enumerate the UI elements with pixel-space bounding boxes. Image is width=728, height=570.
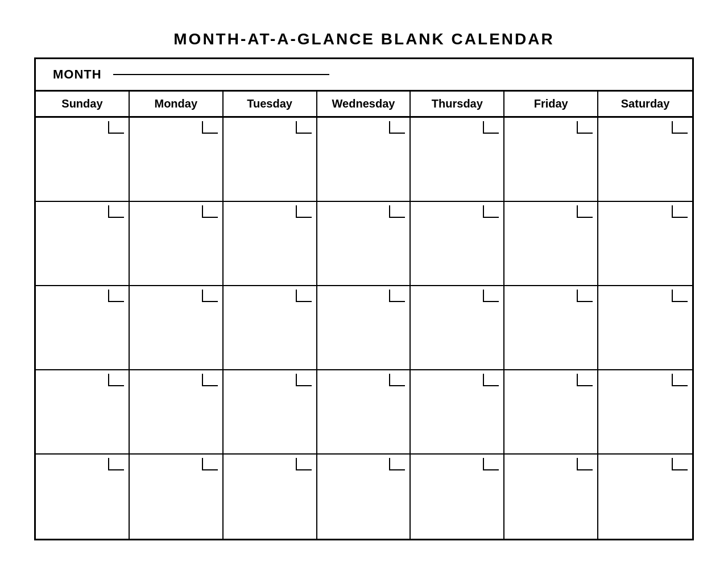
day-header-saturday: Saturday — [598, 92, 692, 116]
page-title: MONTH-AT-A-GLANCE BLANK CALENDAR — [34, 30, 694, 48]
calendar: MONTH Sunday Monday Tuesday Wednesday Th… — [34, 57, 694, 540]
cell-r5-sun[interactable] — [36, 455, 130, 539]
date-box — [202, 374, 218, 386]
date-box — [296, 374, 312, 386]
calendar-row — [36, 286, 692, 370]
cell-r4-tue[interactable] — [224, 370, 317, 453]
cell-r4-wed[interactable] — [317, 370, 411, 453]
date-box — [577, 121, 593, 134]
date-box — [202, 205, 218, 218]
calendar-row — [36, 370, 692, 455]
date-box — [483, 374, 499, 386]
cell-r1-tue[interactable] — [224, 118, 317, 201]
date-box — [483, 290, 499, 302]
date-box — [202, 290, 218, 302]
month-header: MONTH — [36, 59, 692, 92]
date-box — [577, 205, 593, 218]
cell-r5-thu[interactable] — [411, 455, 504, 539]
date-box — [672, 458, 688, 470]
calendar-row — [36, 118, 692, 202]
month-label: MONTH — [53, 67, 102, 82]
calendar-row — [36, 455, 692, 539]
day-header-tuesday: Tuesday — [224, 92, 317, 116]
cell-r4-sun[interactable] — [36, 370, 130, 453]
date-box — [202, 121, 218, 134]
date-box — [108, 121, 124, 134]
cell-r1-sun[interactable] — [36, 118, 130, 201]
date-box — [577, 290, 593, 302]
cell-r1-mon[interactable] — [130, 118, 224, 201]
cell-r2-sun[interactable] — [36, 202, 130, 285]
cell-r3-tue[interactable] — [224, 286, 317, 369]
cell-r3-mon[interactable] — [130, 286, 224, 369]
date-box — [202, 458, 218, 470]
calendar-grid — [36, 118, 692, 539]
calendar-row — [36, 202, 692, 286]
date-box — [389, 121, 405, 134]
cell-r5-sat[interactable] — [598, 455, 692, 539]
day-header-sunday: Sunday — [36, 92, 130, 116]
cell-r3-fri[interactable] — [504, 286, 598, 369]
cell-r4-fri[interactable] — [504, 370, 598, 453]
cell-r2-wed[interactable] — [317, 202, 411, 285]
date-box — [108, 374, 124, 386]
date-box — [672, 121, 688, 134]
date-box — [389, 205, 405, 218]
date-box — [577, 458, 593, 470]
day-header-thursday: Thursday — [411, 92, 504, 116]
month-line — [113, 74, 329, 75]
date-box — [577, 374, 593, 386]
cell-r2-sat[interactable] — [598, 202, 692, 285]
cell-r4-thu[interactable] — [411, 370, 504, 453]
day-header-wednesday: Wednesday — [317, 92, 411, 116]
cell-r4-sat[interactable] — [598, 370, 692, 453]
cell-r1-fri[interactable] — [504, 118, 598, 201]
cell-r3-thu[interactable] — [411, 286, 504, 369]
cell-r1-wed[interactable] — [317, 118, 411, 201]
cell-r3-wed[interactable] — [317, 286, 411, 369]
cell-r2-thu[interactable] — [411, 202, 504, 285]
date-box — [672, 374, 688, 386]
cell-r2-fri[interactable] — [504, 202, 598, 285]
date-box — [108, 290, 124, 302]
date-box — [389, 290, 405, 302]
date-box — [672, 205, 688, 218]
cell-r2-mon[interactable] — [130, 202, 224, 285]
date-box — [296, 121, 312, 134]
date-box — [483, 121, 499, 134]
cell-r1-sat[interactable] — [598, 118, 692, 201]
cell-r5-wed[interactable] — [317, 455, 411, 539]
cell-r4-mon[interactable] — [130, 370, 224, 453]
cell-r1-thu[interactable] — [411, 118, 504, 201]
cell-r3-sat[interactable] — [598, 286, 692, 369]
day-headers: Sunday Monday Tuesday Wednesday Thursday… — [36, 92, 692, 118]
date-box — [389, 458, 405, 470]
date-box — [296, 290, 312, 302]
date-box — [296, 205, 312, 218]
date-box — [108, 205, 124, 218]
date-box — [483, 458, 499, 470]
cell-r2-tue[interactable] — [224, 202, 317, 285]
date-box — [672, 290, 688, 302]
cell-r3-sun[interactable] — [36, 286, 130, 369]
date-box — [483, 205, 499, 218]
cell-r5-fri[interactable] — [504, 455, 598, 539]
date-box — [108, 458, 124, 470]
cell-r5-mon[interactable] — [130, 455, 224, 539]
day-header-monday: Monday — [130, 92, 224, 116]
cell-r5-tue[interactable] — [224, 455, 317, 539]
date-box — [296, 458, 312, 470]
page: MONTH-AT-A-GLANCE BLANK CALENDAR MONTH S… — [23, 19, 705, 552]
date-box — [389, 374, 405, 386]
day-header-friday: Friday — [504, 92, 598, 116]
